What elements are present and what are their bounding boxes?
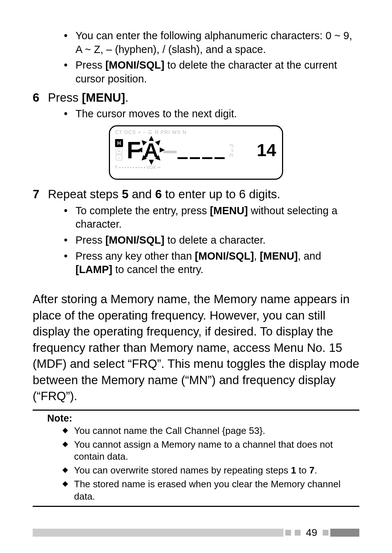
footer-square (323, 530, 328, 536)
note-list: You cannot name the Call Channel {page 5… (33, 425, 359, 503)
list-item: Press any key other than [MONI/SQL], [ME… (61, 249, 359, 277)
lcd-bottom-row: F ▪ ▪ ▪ ▪ ▪ ▪ ▪ ▪ ▪ ▪ VOX ⊸ (115, 165, 277, 171)
list-item: The stored name is erased when you clear… (61, 478, 359, 503)
step-text: Repeat steps 5 and 6 to enter up to 6 di… (48, 186, 359, 203)
list-item: You can enter the following alphanumeric… (61, 29, 359, 56)
footer-bar-left (33, 529, 283, 537)
rule (33, 506, 359, 507)
lcd-side-nums: 75 5 25 (229, 143, 233, 157)
lcd-badge-H: H (115, 139, 123, 147)
note-title: Note: (47, 413, 359, 424)
lcd-cursor-burst: A (140, 139, 162, 161)
step5-sub-list: You can enter the following alphanumeric… (33, 29, 359, 86)
lcd-cursor-char: A (144, 141, 158, 159)
lcd-badge-L: L (116, 155, 122, 160)
list-item: You cannot assign a Memory name to a cha… (61, 439, 359, 463)
list-item: Press [MONI/SQL] to delete a character. (61, 233, 359, 247)
lcd-figure: CT DCS + – ☰ R PRI WX N H M L F (109, 125, 283, 180)
page-footer: 49 (33, 527, 359, 538)
list-item: The cursor moves to the next digit. (61, 107, 359, 121)
footer-square (295, 530, 301, 536)
manual-page: You can enter the following alphanumeric… (0, 0, 392, 553)
page-number: 49 (306, 527, 317, 538)
footer-bar-right (330, 529, 359, 537)
step6-sub-list: The cursor moves to the next digit. (33, 107, 359, 121)
step-text: Press [MENU]. (48, 90, 359, 106)
list-item: To complete the entry, press [MENU] with… (61, 204, 359, 231)
lcd-right-digits: 14 (257, 140, 276, 160)
body-paragraph: After storing a Memory name, the Memory … (33, 291, 359, 404)
rule (33, 410, 359, 411)
lcd-badge-M: M (116, 148, 122, 154)
step-number: 6 (33, 90, 48, 106)
step-6: 6 Press [MENU]. The cursor moves to the … (33, 90, 359, 121)
step-number: 7 (33, 186, 48, 203)
list-item: Press [MONI/SQL] to delete the character… (61, 58, 359, 86)
step7-sub-list: To complete the entry, press [MENU] with… (33, 204, 359, 277)
step-7: 7 Repeat steps 5 and 6 to enter up to 6 … (33, 186, 359, 277)
footer-square (285, 530, 291, 536)
list-item: You can overwrite stored names by repeat… (61, 464, 359, 477)
list-item: You cannot name the Call Channel {page 5… (61, 425, 359, 437)
lcd-top-row: CT DCS + – ☰ R PRI WX N (115, 129, 277, 136)
